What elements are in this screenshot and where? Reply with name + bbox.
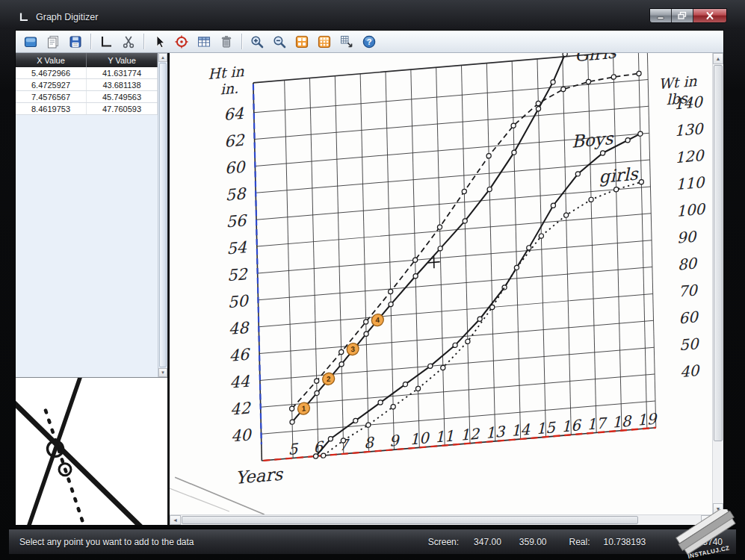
svg-text:18: 18 bbox=[612, 411, 633, 431]
svg-text:15: 15 bbox=[536, 418, 556, 438]
table-row[interactable]: 7.457656745.749563 bbox=[16, 91, 158, 103]
svg-text:13: 13 bbox=[486, 423, 506, 442]
vertical-scrollbar[interactable]: ▲ ▼ bbox=[712, 53, 723, 514]
svg-text:58: 58 bbox=[225, 184, 247, 204]
magnifier-view bbox=[16, 378, 167, 525]
table-body: 5.467296641.6317746.472592743.6811387.45… bbox=[16, 67, 158, 115]
help-icon: ? bbox=[362, 34, 377, 49]
svg-text:64: 64 bbox=[223, 105, 244, 124]
table-cell: 8.4619753 bbox=[16, 103, 87, 114]
table-cell: 5.4672966 bbox=[16, 67, 87, 78]
close-icon bbox=[703, 10, 717, 21]
table-cell: 6.4725927 bbox=[16, 79, 87, 90]
export-data-button[interactable] bbox=[336, 32, 357, 51]
client-area: ? X Value Y Value 5.467296641.6317746.47… bbox=[15, 30, 724, 526]
pick-point-button[interactable] bbox=[171, 32, 192, 51]
svg-text:120: 120 bbox=[675, 146, 705, 167]
svg-text:40: 40 bbox=[680, 361, 701, 381]
zoom-out-button[interactable] bbox=[269, 32, 290, 51]
svg-text:Ht in: Ht in bbox=[208, 63, 245, 82]
svg-text:50: 50 bbox=[679, 335, 700, 354]
svg-text:8: 8 bbox=[364, 433, 376, 452]
table-scrollbar[interactable]: ▲ ▼ bbox=[158, 53, 167, 377]
svg-text:16: 16 bbox=[561, 416, 582, 435]
status-message: Select any point you want to add to the … bbox=[19, 537, 194, 547]
svg-text:14: 14 bbox=[510, 420, 530, 440]
svg-text:9: 9 bbox=[389, 432, 401, 450]
scroll-thumb[interactable] bbox=[159, 63, 167, 367]
title-bar[interactable]: Graph Digitizer bbox=[9, 5, 736, 28]
svg-text:19: 19 bbox=[637, 410, 658, 429]
svg-text:11: 11 bbox=[435, 426, 454, 446]
scissors-icon bbox=[121, 34, 136, 49]
scroll-thumb[interactable] bbox=[182, 516, 638, 524]
svg-text:62: 62 bbox=[224, 131, 246, 151]
svg-text:60: 60 bbox=[678, 308, 699, 327]
help-button[interactable]: ? bbox=[359, 32, 380, 51]
screen-label: Screen: bbox=[428, 537, 459, 547]
toolbar: ? bbox=[16, 31, 723, 53]
scroll-thumb[interactable] bbox=[714, 65, 723, 441]
scroll-track[interactable] bbox=[182, 516, 700, 524]
image-icon bbox=[23, 34, 38, 49]
load-image-button[interactable] bbox=[20, 32, 41, 51]
scroll-track[interactable] bbox=[159, 63, 167, 367]
zoom-in-icon bbox=[250, 34, 265, 49]
svg-text:5: 5 bbox=[288, 440, 299, 458]
column-header-y[interactable]: Y Value bbox=[87, 53, 158, 67]
instaluj-watermark: INSTALUJ.CZ bbox=[675, 509, 741, 559]
select-button[interactable] bbox=[149, 32, 170, 51]
svg-text:1: 1 bbox=[302, 404, 306, 412]
table-cell: 7.4576567 bbox=[16, 91, 87, 102]
toolbar-separator bbox=[143, 34, 144, 49]
table-row[interactable]: 5.467296641.631774 bbox=[16, 67, 158, 79]
save-button[interactable] bbox=[65, 32, 86, 51]
delete-button[interactable] bbox=[216, 32, 237, 51]
set-axes-button[interactable] bbox=[96, 32, 117, 51]
window-title: Graph Digitizer bbox=[36, 12, 98, 22]
scroll-up-button[interactable]: ▲ bbox=[158, 53, 167, 62]
close-button[interactable] bbox=[693, 9, 726, 22]
column-header-x[interactable]: X Value bbox=[16, 53, 87, 67]
zoom-grid-button[interactable] bbox=[291, 32, 312, 51]
svg-text:48: 48 bbox=[228, 319, 250, 338]
scroll-left-button[interactable]: ◄ bbox=[170, 515, 181, 525]
svg-text:50: 50 bbox=[228, 292, 250, 311]
svg-text:130: 130 bbox=[674, 119, 705, 140]
scroll-track[interactable] bbox=[714, 65, 723, 503]
svg-text:56: 56 bbox=[226, 211, 247, 231]
graph-canvas[interactable]: 4042444648505254565860626440506070809010… bbox=[170, 53, 712, 514]
toolbar-separator bbox=[241, 34, 242, 49]
table-cell: 43.681138 bbox=[87, 79, 158, 90]
table-row[interactable]: 6.472592743.681138 bbox=[16, 79, 158, 91]
table-row[interactable]: 8.461975347.760593 bbox=[16, 103, 158, 115]
left-panel: X Value Y Value 5.467296641.6317746.4725… bbox=[16, 53, 170, 525]
horizontal-scrollbar[interactable]: ◄ ► bbox=[170, 514, 712, 525]
svg-text:in.: in. bbox=[220, 79, 239, 97]
screen-y-value: 359.00 bbox=[519, 537, 547, 547]
table-header: X Value Y Value bbox=[16, 53, 158, 67]
svg-text:90: 90 bbox=[677, 228, 698, 247]
scroll-down-button[interactable]: ▼ bbox=[158, 368, 167, 377]
svg-text:46: 46 bbox=[229, 346, 250, 365]
screen-x-value: 347.00 bbox=[474, 537, 501, 547]
status-bar: Select any point you want to add to the … bbox=[9, 529, 736, 554]
target-icon bbox=[174, 34, 189, 49]
minimize-button[interactable] bbox=[650, 9, 672, 22]
svg-text:110: 110 bbox=[676, 173, 706, 193]
zoom-in-button[interactable] bbox=[247, 32, 268, 51]
svg-text:Boys: Boys bbox=[572, 128, 614, 152]
graph-area: 4042444648505254565860626440506070809010… bbox=[170, 53, 723, 525]
open-button[interactable] bbox=[43, 32, 64, 51]
crop-button[interactable] bbox=[118, 32, 139, 51]
digitized-graph: 4042444648505254565860626440506070809010… bbox=[170, 53, 712, 514]
svg-text:52: 52 bbox=[227, 265, 249, 284]
maximize-button[interactable] bbox=[672, 9, 693, 22]
trash-icon bbox=[219, 34, 234, 49]
zoom-fit-button[interactable] bbox=[314, 32, 335, 51]
scroll-up-button[interactable]: ▲ bbox=[713, 53, 723, 64]
data-table-button[interactable] bbox=[194, 32, 214, 51]
open-icon bbox=[46, 34, 61, 49]
svg-text:4: 4 bbox=[375, 316, 380, 324]
window-controls bbox=[649, 8, 727, 23]
